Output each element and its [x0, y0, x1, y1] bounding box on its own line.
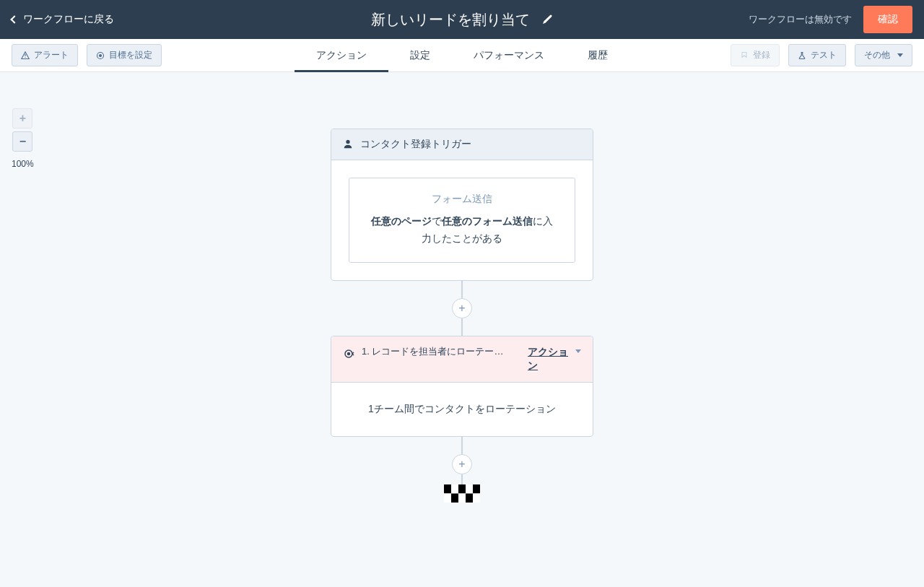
- chevron-left-icon: [10, 15, 18, 23]
- svg-rect-10: [444, 493, 451, 503]
- zoom-out-button[interactable]: −: [12, 131, 32, 152]
- rotate-icon: [343, 348, 354, 362]
- add-action-button-2[interactable]: +: [452, 454, 472, 474]
- trigger-condition-box[interactable]: フォーム送信 任意のページで任意のフォーム送信に入力したことがある: [349, 178, 575, 263]
- tab-settings[interactable]: 設定: [388, 39, 452, 71]
- svg-point-1: [100, 54, 102, 56]
- caret-down-icon[interactable]: [575, 349, 581, 353]
- zoom-level: 100%: [12, 159, 34, 169]
- test-button[interactable]: テスト: [788, 44, 846, 66]
- flask-icon: [798, 51, 806, 60]
- back-label: ワークフローに戻る: [23, 13, 114, 26]
- connector-line: [461, 474, 463, 484]
- action-body-text: 1チーム間でコンタクトをローテーション: [331, 383, 593, 436]
- workflow-end-flag: [444, 484, 480, 505]
- svg-point-4: [348, 352, 350, 355]
- trigger-card[interactable]: コンタクト登録トリガー フォーム送信 任意のページで任意のフォーム送信に入力した…: [331, 129, 593, 281]
- svg-rect-13: [466, 493, 473, 503]
- action-card-1[interactable]: 1. レコードを担当者にローテー… アクション 1チーム間でコンタクトをローテー…: [331, 336, 593, 437]
- svg-rect-11: [451, 493, 458, 503]
- trigger-card-header: コンタクト登録トリガー: [331, 129, 593, 160]
- edit-title-icon[interactable]: [541, 14, 553, 25]
- alert-icon: [21, 51, 30, 60]
- alerts-button[interactable]: アラート: [12, 44, 78, 66]
- workflow-status: ワークフローは無効です: [749, 13, 852, 26]
- contact-icon: [343, 139, 353, 151]
- register-button: 登録: [731, 44, 780, 66]
- page-title: 新しいリードを割り当て: [371, 10, 530, 30]
- svg-rect-9: [473, 484, 480, 494]
- back-to-workflows[interactable]: ワークフローに戻る: [12, 13, 114, 26]
- trigger-subtitle: フォーム送信: [367, 193, 557, 206]
- add-action-button-1[interactable]: +: [452, 298, 472, 318]
- action-menu-link[interactable]: アクション: [528, 345, 568, 373]
- set-goals-button[interactable]: 目標を設定: [87, 44, 162, 66]
- more-button[interactable]: その他: [855, 44, 912, 66]
- trigger-header-label: コンタクト登録トリガー: [360, 138, 471, 151]
- action-title: 1. レコードを担当者にローテー…: [362, 345, 520, 358]
- caret-down-icon: [897, 53, 903, 57]
- register-icon: [740, 51, 749, 60]
- tab-history[interactable]: 履歴: [566, 39, 629, 71]
- action-card-header: 1. レコードを担当者にローテー… アクション: [331, 336, 593, 383]
- tab-performance[interactable]: パフォーマンス: [452, 39, 566, 71]
- svg-point-2: [346, 139, 349, 143]
- connector-line: [461, 318, 463, 336]
- svg-rect-8: [466, 484, 473, 494]
- workflow-canvas: + − 100% コンタクト登録トリガー フォーム送信 任意のページで任意のフォ…: [0, 72, 924, 587]
- zoom-in-button: +: [12, 108, 32, 129]
- target-icon: [96, 51, 105, 60]
- svg-rect-7: [458, 484, 466, 494]
- svg-rect-12: [458, 493, 466, 503]
- svg-rect-5: [444, 484, 451, 494]
- connector-line: [461, 437, 463, 454]
- connector-line: [461, 281, 463, 298]
- svg-rect-14: [473, 493, 480, 503]
- trigger-condition-text: 任意のページで任意のフォーム送信に入力したことがある: [367, 213, 557, 248]
- svg-rect-6: [451, 484, 458, 494]
- tab-actions[interactable]: アクション: [295, 39, 388, 71]
- confirm-button[interactable]: 確認: [863, 6, 912, 33]
